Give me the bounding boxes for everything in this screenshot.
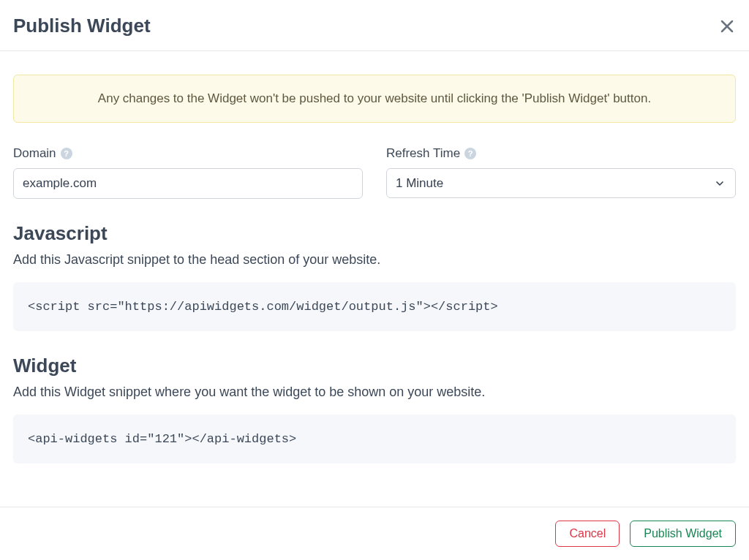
javascript-heading: Javascript [13, 222, 736, 245]
refresh-time-select[interactable]: 1 Minute [386, 168, 736, 198]
domain-input[interactable] [13, 168, 363, 199]
help-icon[interactable]: ? [61, 148, 72, 159]
cancel-button[interactable]: Cancel [555, 521, 620, 547]
refresh-time-select-wrapper: 1 Minute [386, 168, 736, 198]
close-button[interactable] [718, 18, 736, 35]
widget-code-block[interactable]: <api-widgets id="121"></api-widgets> [13, 415, 736, 463]
modal-body: Any changes to the Widget won't be pushe… [0, 51, 749, 507]
refresh-time-label-text: Refresh Time [386, 146, 460, 161]
publish-button[interactable]: Publish Widget [630, 521, 736, 547]
domain-group: Domain ? [13, 146, 363, 199]
publish-widget-modal: Publish Widget Any changes to the Widget… [0, 0, 749, 560]
domain-label: Domain ? [13, 146, 363, 161]
alert-text: Any changes to the Widget won't be pushe… [98, 91, 651, 105]
javascript-code-block[interactable]: <script src="https://apiwidgets.com/widg… [13, 282, 736, 331]
domain-label-text: Domain [13, 146, 56, 161]
refresh-time-group: Refresh Time ? 1 Minute [386, 146, 736, 199]
form-row: Domain ? Refresh Time ? 1 Minute [13, 146, 736, 199]
widget-heading: Widget [13, 355, 736, 377]
javascript-description: Add this Javascript snippet to the head … [13, 252, 736, 268]
modal-footer: Cancel Publish Widget [0, 507, 749, 560]
info-alert: Any changes to the Widget won't be pushe… [13, 75, 736, 123]
modal-title: Publish Widget [13, 15, 151, 37]
modal-header: Publish Widget [0, 0, 749, 51]
help-icon[interactable]: ? [464, 148, 476, 159]
close-icon [718, 18, 736, 35]
widget-description: Add this Widget snippet where you want t… [13, 385, 736, 400]
refresh-time-label: Refresh Time ? [386, 146, 736, 161]
